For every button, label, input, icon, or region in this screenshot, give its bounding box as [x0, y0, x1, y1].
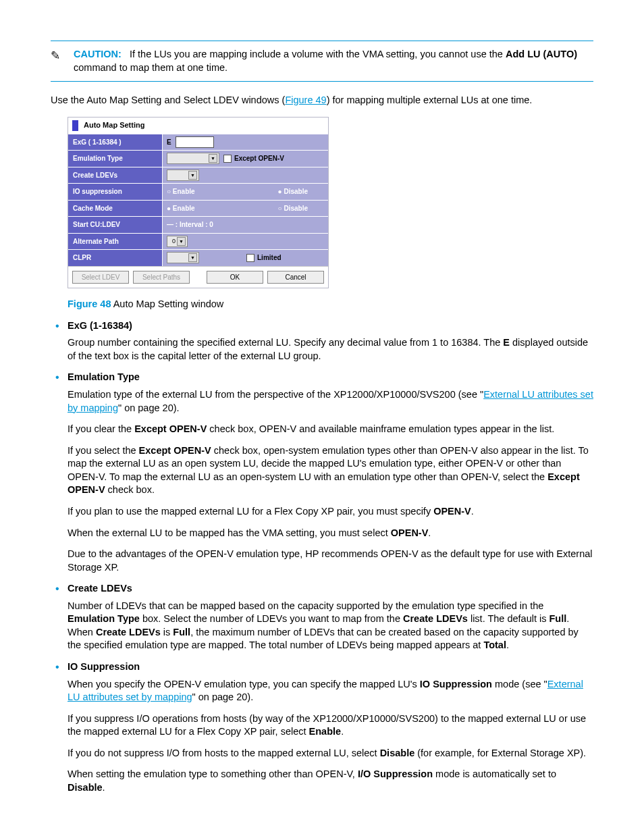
item-io-suppression: IO Suppression When you specify the OPEN…: [68, 660, 593, 795]
emulation-select[interactable]: ▼: [167, 153, 219, 164]
chevron-down-icon: ▼: [209, 154, 217, 163]
label-cache-mode: Cache Mode: [68, 201, 163, 217]
label-start-culdev: Start CU:LDEV: [68, 217, 163, 233]
title-marker: [72, 120, 78, 131]
intro-paragraph: Use the Auto Map Setting and Select LDEV…: [51, 94, 593, 107]
figure-49-link[interactable]: Figure 49: [285, 95, 326, 105]
alternate-path-select[interactable]: 0▼: [167, 236, 188, 247]
limited-checkbox[interactable]: Limited: [246, 253, 281, 263]
label-create-ldevs: Create LDEVs: [68, 167, 163, 184]
chevron-down-icon: ▼: [188, 253, 197, 262]
ok-button[interactable]: OK: [207, 271, 263, 284]
cancel-button[interactable]: Cancel: [267, 271, 324, 284]
item-exg: ExG (1-16384) Group number containing th…: [68, 319, 593, 363]
caution-label: CAUTION:: [74, 49, 122, 59]
auto-map-setting-window: Auto Map Setting ExG ( 1-16384 ) E Emula…: [68, 117, 329, 289]
caution-text: CAUTION: If the LUs you are mapping incl…: [74, 48, 593, 74]
caution-icon: ✎: [51, 48, 74, 74]
chevron-down-icon: ▼: [177, 237, 186, 246]
label-alternate-path: Alternate Path: [68, 234, 163, 250]
caution-block: ✎ CAUTION: If the LUs you are mapping in…: [51, 41, 593, 82]
window-titlebar: Auto Map Setting: [68, 118, 328, 134]
clpr-select[interactable]: ▼: [167, 252, 199, 263]
exg-input[interactable]: [176, 136, 214, 148]
io-disable-radio[interactable]: Disable: [278, 187, 308, 197]
select-ldev-button[interactable]: Select LDEV: [72, 271, 129, 284]
cache-disable-radio[interactable]: Disable: [278, 204, 308, 213]
cache-enable-radio[interactable]: Enable: [167, 204, 195, 213]
definition-list: ExG (1-16384) Group number containing th…: [51, 319, 593, 795]
label-emulation: Emulation Type: [68, 151, 163, 167]
label-io-suppression: IO suppression: [68, 184, 163, 200]
create-ldevs-select[interactable]: ▼: [167, 170, 199, 181]
start-value: — : Interval : 0: [167, 220, 213, 230]
item-create-ldevs: Create LDEVs Number of LDEVs that can be…: [68, 582, 593, 652]
figure-caption: Figure 48 Auto Map Setting window: [68, 298, 593, 311]
item-emulation-type: Emulation Type Emulation type of the ext…: [68, 371, 593, 574]
except-openv-checkbox[interactable]: Except OPEN-V: [223, 154, 284, 163]
chevron-down-icon: ▼: [188, 171, 197, 180]
exg-prefix: E: [167, 138, 171, 147]
select-paths-button[interactable]: Select Paths: [133, 271, 190, 284]
label-clpr: CLPR: [68, 250, 163, 266]
label-exg: ExG ( 1-16384 ): [68, 134, 163, 151]
io-enable-radio[interactable]: Enable: [167, 187, 195, 197]
window-title: Auto Map Setting: [84, 120, 144, 130]
